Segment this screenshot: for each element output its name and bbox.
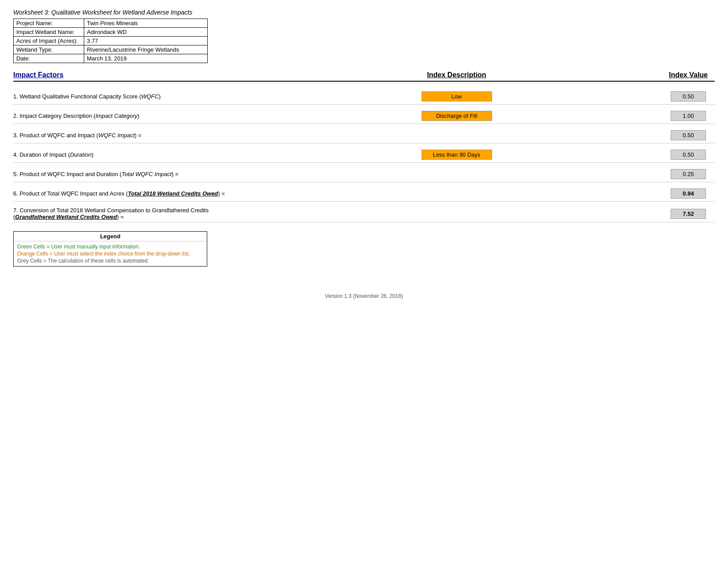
legend-body: Green Cells = User must manually input i…: [14, 241, 207, 266]
info-value: 3.77: [84, 37, 208, 45]
legend-item: Green Cells = User must manually input i…: [17, 243, 203, 250]
factor-value-3: 0.50: [662, 130, 715, 140]
factor-value-1: 0.50: [662, 91, 715, 102]
column-header-row: Impact Factors Index Description Index V…: [13, 71, 715, 82]
factor-row: 7. Conversion of Total 2018 Wetland Comp…: [13, 205, 715, 222]
main-section: Impact Factors Index Description Index V…: [13, 71, 715, 222]
index-description-header: Index Description: [251, 71, 662, 79]
factor-rows-container: 1. Wetland Qualitative Functional Capaci…: [13, 85, 715, 222]
legend-item: Grey Cells = The calculation of these ce…: [17, 257, 203, 264]
factor-label-7: 7. Conversion of Total 2018 Wetland Comp…: [13, 207, 251, 220]
legend-section: Legend Green Cells = User must manually …: [13, 231, 207, 267]
impact-factors-header: Impact Factors: [13, 71, 251, 79]
factor-description-2[interactable]: Discharge of Fill: [251, 111, 662, 121]
factor-row: 2. Impact Category Description (Impact C…: [13, 108, 715, 124]
factor-row: 3. Product of WQFC and Impact (WQFC Impa…: [13, 128, 715, 143]
info-label: Wetland Type:: [14, 45, 84, 54]
factor-row: 6. Product of Total WQFC Impact and Acre…: [13, 186, 715, 202]
factor-description-1[interactable]: Low: [251, 91, 662, 102]
info-label: Acres of Impact (Acres):: [14, 37, 84, 45]
factor-row: 5. Product of WQFC Impact and Duration (…: [13, 166, 715, 182]
factor-label-3: 3. Product of WQFC and Impact (WQFC Impa…: [13, 132, 251, 139]
info-value: Adirondack WD: [84, 28, 208, 37]
info-value: Riverine/Lacustrine Fringe Wetlands: [84, 45, 208, 54]
factor-value-4: 0.50: [662, 150, 715, 160]
factor-value-5: 0.25: [662, 169, 715, 179]
worksheet-title: Worksheet 3: Qualitative Worksheet for W…: [13, 9, 715, 16]
legend-item: Orange Cells = User must select the inde…: [17, 250, 203, 257]
factor-value-6: 0.94: [662, 188, 715, 199]
factor-description-4[interactable]: Less than 90 Days: [251, 150, 662, 160]
factor-label-6: 6. Product of Total WQFC Impact and Acre…: [13, 190, 251, 197]
factor-label-1: 1. Wetland Qualitative Functional Capaci…: [13, 93, 251, 100]
info-value: March 13, 2019: [84, 54, 208, 63]
factor-label-2: 2. Impact Category Description (Impact C…: [13, 113, 251, 119]
factor-label-4: 4. Duration of Impact (Duration): [13, 151, 251, 158]
footer: Version 1.3 (November 26, 2018): [13, 293, 715, 299]
project-info-table: Project Name:Twin Pines MineralsImpact W…: [13, 19, 208, 63]
factor-label-5: 5. Product of WQFC Impact and Duration (…: [13, 171, 251, 177]
factor-value-2: 1.00: [662, 111, 715, 121]
info-label: Date:: [14, 54, 84, 63]
info-label: Impact Wetland Name:: [14, 28, 84, 37]
legend-header: Legend: [14, 232, 207, 241]
factor-value-7: 7.52: [662, 209, 715, 219]
info-value: Twin Pines Minerals: [84, 19, 208, 28]
factor-row: 1. Wetland Qualitative Functional Capaci…: [13, 89, 715, 105]
index-value-header: Index Value: [662, 71, 715, 79]
factor-row: 4. Duration of Impact (Duration)Less tha…: [13, 147, 715, 163]
info-label: Project Name:: [14, 19, 84, 28]
